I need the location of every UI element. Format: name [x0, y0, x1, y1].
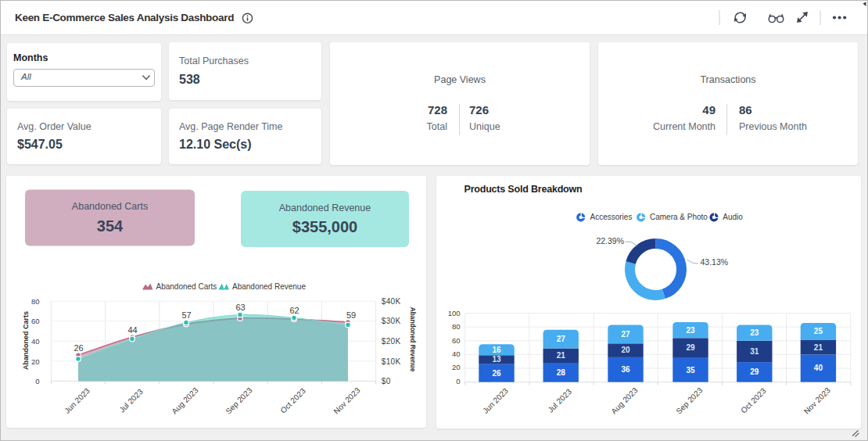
- svg-text:28: 28: [557, 368, 566, 377]
- svg-text:$355,000: $355,000: [292, 218, 357, 235]
- svg-text:$30K: $30K: [382, 317, 401, 325]
- svg-text:62: 62: [289, 306, 299, 315]
- svg-text:Abandoned Revenue: Abandoned Revenue: [409, 307, 417, 372]
- svg-text:23: 23: [750, 328, 759, 337]
- svg-text:Abandoned Carts: Abandoned Carts: [156, 282, 217, 291]
- svg-text:26: 26: [492, 369, 501, 378]
- svg-text:$0: $0: [382, 377, 391, 385]
- svg-text:80: 80: [452, 322, 461, 331]
- svg-text:0: 0: [35, 377, 39, 385]
- svg-text:Audio: Audio: [723, 213, 743, 221]
- svg-text:44: 44: [127, 325, 137, 335]
- svg-text:25: 25: [814, 327, 823, 335]
- svg-text:Aug 2023: Aug 2023: [170, 385, 199, 415]
- svg-text:31: 31: [750, 347, 759, 356]
- svg-text:Camera & Photo: Camera & Photo: [650, 213, 708, 221]
- svg-text:$40K: $40K: [382, 297, 401, 306]
- svg-text:100: 100: [448, 309, 461, 317]
- svg-text:29: 29: [750, 368, 759, 376]
- svg-text:40: 40: [814, 364, 823, 372]
- svg-text:63: 63: [235, 303, 245, 312]
- svg-text:Nov 2023: Nov 2023: [802, 385, 832, 415]
- svg-text:Abandoned Carts: Abandoned Carts: [22, 311, 30, 370]
- svg-text:Sep 2023: Sep 2023: [674, 385, 704, 415]
- svg-text:Jun 2023: Jun 2023: [481, 386, 510, 415]
- svg-text:57: 57: [181, 310, 191, 320]
- svg-text:20: 20: [31, 357, 40, 366]
- svg-text:Abandoned Revenue: Abandoned Revenue: [279, 203, 371, 213]
- svg-text:Jun 2023: Jun 2023: [63, 386, 91, 415]
- svg-text:Jul 2023: Jul 2023: [117, 387, 145, 414]
- svg-text:$20K: $20K: [382, 337, 401, 346]
- svg-text:354: 354: [97, 217, 124, 235]
- svg-text:Jul 2023: Jul 2023: [546, 387, 573, 414]
- svg-text:21: 21: [814, 343, 823, 352]
- svg-text:60: 60: [452, 336, 461, 345]
- svg-text:Sep 2023: Sep 2023: [224, 385, 253, 415]
- svg-text:0: 0: [456, 377, 460, 385]
- svg-text:Oct 2023: Oct 2023: [739, 386, 768, 415]
- svg-text:40: 40: [452, 350, 461, 358]
- svg-text:27: 27: [621, 330, 630, 339]
- svg-text:26: 26: [74, 343, 83, 353]
- svg-text:43.13%: 43.13%: [701, 257, 729, 267]
- svg-text:Products Sold Breakdown: Products Sold Breakdown: [464, 184, 583, 195]
- svg-text:Oct 2023: Oct 2023: [278, 386, 307, 415]
- svg-text:Accessories: Accessories: [590, 213, 633, 221]
- svg-text:13: 13: [492, 355, 501, 364]
- svg-text:29: 29: [686, 343, 695, 352]
- svg-text:40: 40: [31, 337, 40, 346]
- svg-text:Aug 2023: Aug 2023: [609, 385, 639, 415]
- svg-text:Abandoned Revenue: Abandoned Revenue: [232, 282, 306, 291]
- svg-text:23: 23: [686, 326, 695, 335]
- svg-text:35: 35: [686, 366, 695, 375]
- svg-text:$10K: $10K: [382, 357, 401, 366]
- svg-text:80: 80: [31, 297, 40, 306]
- svg-text:20: 20: [621, 346, 630, 354]
- svg-text:Nov 2023: Nov 2023: [332, 385, 361, 415]
- svg-text:36: 36: [621, 365, 630, 374]
- svg-text:16: 16: [492, 346, 501, 354]
- svg-text:21: 21: [557, 351, 566, 360]
- svg-text:22.39%: 22.39%: [596, 236, 624, 246]
- svg-text:59: 59: [346, 310, 356, 320]
- svg-text:27: 27: [557, 335, 566, 343]
- svg-text:60: 60: [31, 317, 40, 325]
- svg-text:20: 20: [452, 363, 461, 371]
- svg-text:Abandoned Carts: Abandoned Carts: [72, 201, 148, 212]
